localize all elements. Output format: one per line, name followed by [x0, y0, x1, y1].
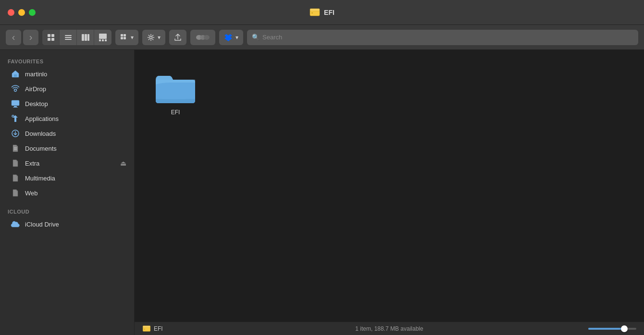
slider-thumb[interactable]: [621, 325, 628, 332]
desktop-icon: [11, 99, 20, 108]
svg-point-26: [14, 89, 17, 92]
svg-rect-11: [85, 34, 87, 41]
folder-item-efi[interactable]: EFI: [149, 64, 202, 120]
nav-buttons: [6, 30, 38, 45]
svg-point-24: [204, 35, 210, 40]
toolbar: 🔍: [0, 25, 644, 50]
sidebar-item-documents[interactable]: Documents: [3, 141, 131, 156]
svg-rect-7: [65, 35, 72, 36]
sidebar-item-extra-label: Extra: [25, 160, 39, 167]
extra-icon: [11, 158, 20, 168]
view-grid-button[interactable]: [42, 30, 60, 45]
title-bar: EFI: [0, 0, 644, 25]
sidebar-item-icloud-drive[interactable]: iCloud Drive: [3, 217, 131, 231]
favourites-section-header: Favourites: [0, 56, 134, 66]
svg-rect-14: [99, 39, 101, 41]
sidebar: Favourites martinlo AirDrop: [0, 50, 135, 335]
dropbox-icon: [224, 33, 233, 42]
minimize-button[interactable]: [18, 9, 25, 16]
icloud-section-header: iCloud: [0, 206, 134, 216]
svg-rect-20: [124, 37, 126, 39]
forward-icon: [29, 32, 33, 43]
svg-rect-29: [13, 107, 18, 108]
svg-rect-13: [99, 34, 107, 39]
sidebar-item-downloads[interactable]: Downloads: [3, 126, 131, 141]
view-list-button[interactable]: [60, 30, 77, 45]
slider-track: [588, 328, 636, 330]
view-columns-button[interactable]: [77, 30, 94, 45]
sidebar-item-web[interactable]: Web: [3, 186, 131, 200]
main-area: Favourites martinlo AirDrop: [0, 50, 644, 335]
svg-rect-12: [87, 34, 89, 41]
sidebar-item-applications[interactable]: Applications: [3, 111, 131, 126]
eject-icon[interactable]: ⏏: [120, 159, 126, 167]
back-button[interactable]: [6, 30, 21, 45]
house-icon: [11, 69, 20, 79]
slider-fill: [588, 328, 622, 330]
view-gallery-button[interactable]: [94, 30, 111, 45]
drive-icon: [310, 8, 320, 17]
sidebar-item-airdrop-label: AirDrop: [25, 85, 46, 93]
sidebar-item-multimedia-label: Multimedia: [25, 175, 55, 182]
columns-view-icon: [81, 33, 90, 42]
svg-rect-16: [105, 39, 107, 41]
sidebar-item-icloud-drive-label: iCloud Drive: [25, 221, 59, 228]
view-button-group: [42, 30, 111, 45]
size-slider[interactable]: [588, 328, 636, 330]
list-view-icon: [64, 33, 73, 42]
content-main: EFI: [135, 50, 644, 322]
path-drive-icon: [142, 325, 151, 332]
dropbox-button[interactable]: [219, 30, 243, 45]
sidebar-item-airdrop[interactable]: AirDrop: [3, 82, 131, 96]
sidebar-item-downloads-label: Downloads: [25, 130, 56, 137]
back-icon: [12, 32, 15, 43]
svg-rect-6: [51, 38, 54, 41]
path-breadcrumb: EFI: [142, 325, 163, 332]
gear-icon: [147, 34, 155, 41]
search-input[interactable]: [262, 34, 633, 41]
sidebar-item-web-label: Web: [25, 190, 38, 197]
path-label: EFI: [154, 325, 163, 332]
tag-icon: [195, 33, 211, 42]
svg-rect-35: [143, 325, 150, 327]
sidebar-item-desktop[interactable]: Desktop: [3, 96, 131, 111]
icloud-icon: [11, 219, 20, 229]
arrange-grid-icon: [120, 34, 128, 41]
content-area: EFI EFI 1 item, 188.7 MB available: [135, 50, 644, 335]
sidebar-item-martinlo[interactable]: martinlo: [3, 67, 131, 81]
svg-rect-28: [14, 106, 17, 107]
airdrop-icon: [11, 84, 20, 94]
sidebar-item-documents-label: Documents: [25, 145, 57, 152]
svg-rect-15: [102, 39, 104, 41]
svg-rect-3: [48, 34, 50, 37]
search-box[interactable]: 🔍: [247, 30, 638, 45]
forward-button[interactable]: [23, 30, 38, 45]
traffic-lights: [8, 9, 36, 16]
svg-rect-4: [51, 34, 54, 37]
share-icon: [173, 33, 182, 42]
svg-point-30: [12, 115, 14, 117]
maximize-button[interactable]: [29, 9, 36, 16]
svg-rect-5: [48, 38, 50, 41]
action-chevron-icon: [158, 34, 161, 41]
window-title: EFI: [310, 8, 334, 17]
folder-label: EFI: [171, 109, 180, 116]
svg-rect-8: [65, 37, 72, 38]
sidebar-item-applications-label: Applications: [25, 115, 59, 122]
arrange-dropdown-button[interactable]: [115, 30, 138, 45]
sidebar-item-martinlo-label: martinlo: [25, 71, 47, 78]
grid-view-icon: [47, 33, 55, 42]
svg-rect-1: [310, 9, 320, 11]
sidebar-item-multimedia[interactable]: Multimedia: [3, 171, 131, 185]
sidebar-item-extra[interactable]: Extra ⏏: [3, 156, 131, 170]
tag-button[interactable]: [190, 30, 215, 45]
close-button[interactable]: [8, 9, 14, 16]
svg-rect-10: [82, 34, 84, 41]
action-dropdown-button[interactable]: [142, 30, 165, 45]
multimedia-icon: [11, 173, 20, 183]
svg-rect-27: [12, 100, 19, 106]
status-info-text: 1 item, 188.7 MB available: [355, 325, 423, 332]
share-button[interactable]: [169, 30, 186, 45]
gallery-view-icon: [99, 33, 107, 42]
svg-rect-36: [144, 329, 145, 330]
